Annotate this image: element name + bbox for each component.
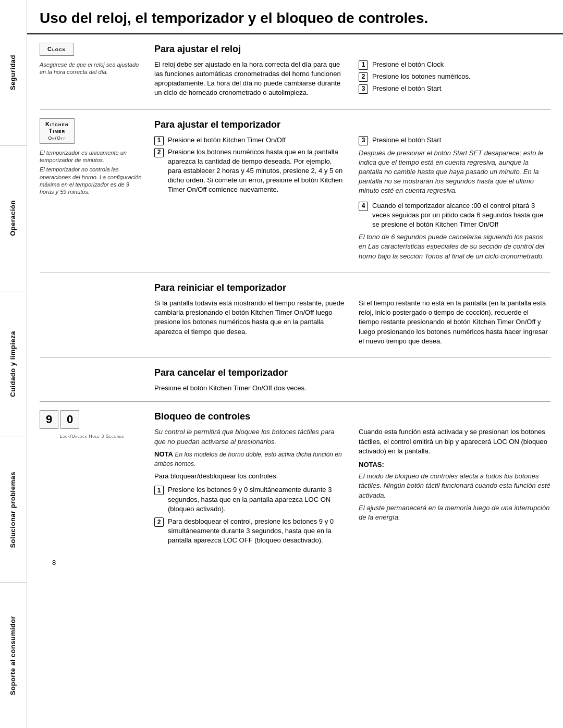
lock-heading: Bloqueo de controles [154,410,550,423]
timer-section-right: Para ajustar el temporizador 1 Presione … [154,118,550,264]
timer-caption-line1: El temporizador es únicamente un tempori… [40,149,144,164]
clock-button: Clock [40,43,74,56]
clock-body-left: El reloj debe ser ajustado en la hora co… [154,60,346,101]
lock-nota2: El ajuste permanecerá en la memoria lueg… [359,503,550,522]
clock-step-list: 1 Presione el botón Clock 2 Presione los… [359,60,550,94]
lock-step-num-2: 2 [154,517,164,527]
timer-step-1: 1 Presione el botón Kitchen Timer On/Off [154,135,346,145]
timer-after-start-italic: Después de presionar el botón Start SET … [359,149,550,196]
lock-section-right: Bloqueo de controles Su control le permi… [154,410,550,547]
lock-step-text-2: Para desbloquear el control, presione lo… [168,517,346,546]
sidebar-label-solucionar: Solucionar problemas [8,472,18,548]
lock-nota-text: En los modelos de horno doble, esto acti… [154,451,342,467]
timer-step-4: 4 Cuando el temporizador alcance :00 el … [359,201,550,230]
reiniciar-body: Si la pantalla todavía está mostrando el… [154,299,550,349]
reiniciar-left-text: Si la pantalla todavía está mostrando el… [154,299,346,337]
cancelar-section: Para cancelar el temporizador Presione e… [40,358,550,402]
page-number: 8 [40,556,550,570]
clock-section-left: Clock Asegúrese de que el reloj sea ajus… [40,43,144,101]
clock-step-text-2: Presione los botones numéricos. [372,72,550,81]
clock-steps-col: 1 Presione el botón Clock 2 Presione los… [359,60,550,101]
timer-step-num-2: 2 [154,148,164,157]
timer-caption-line2: El temporizador no controla las operacio… [40,166,144,195]
timer-step-num-3: 3 [359,136,368,145]
clock-button-label: Clock [47,46,66,52]
timer-step-list-4: 4 Cuando el temporizador alcance :00 el … [359,201,550,230]
lock-step-1: 1 Presione los botones 9 y 0 simultáneam… [154,485,346,514]
timer-step-text-3: Presione el botón Start [372,135,550,145]
clock-step-num-3: 3 [359,84,368,94]
lock-body-right: Cuando esta función está activada y se p… [359,427,550,547]
clock-caption: Asegúrese de que el reloj sea ajustado e… [40,61,144,76]
timer-step-list: 1 Presione el botón Kitchen Timer On/Off… [154,135,346,195]
lock-digit-9: 9 [40,410,58,429]
clock-section: Clock Asegúrese de que el reloj sea ajus… [40,34,550,110]
lock-step-2: 2 Para desbloquear el control, presione … [154,517,346,546]
timer-step-num-4: 4 [359,202,368,211]
cancelar-section-left [40,366,144,393]
lock-body-left: Su control le permitirá que bloquee los … [154,427,346,547]
content-area: Clock Asegúrese de que el reloj sea ajus… [27,34,563,570]
sidebar-section-operacion: Operación [0,146,27,292]
lock-nota-line: NOTA En los modelos de horno doble, esto… [154,450,346,468]
sidebar-section-solucionar: Solucionar problemas [0,437,27,583]
timer-step-2: 2 Presione los botones numéricos hasta q… [154,147,346,195]
clock-step-text-1: Presione el botón Clock [372,60,550,69]
lock-step-text-1: Presione los botones 9 y 0 simultáneamen… [168,485,346,514]
sidebar-section-soporte: Soporte al consumidor [0,583,27,728]
lock-nota1: El modo de bloqueo de controles afecta a… [359,472,550,500]
clock-step-num-1: 1 [359,60,368,70]
sidebar-label-soporte: Soporte al consumidor [8,616,18,695]
timer-step-num-1: 1 [154,136,164,145]
sidebar-label-operacion: Operación [8,200,18,236]
lock-button-box: 9 0 [40,410,144,429]
page-title-bar: Uso del reloj, el temporizador y el bloq… [27,0,563,34]
lock-digit-0: 0 [60,410,79,429]
timer-body: 1 Presione el botón Kitchen Timer On/Off… [154,135,550,264]
timer-step-text-1: Presione el botón Kitchen Timer On/Off [168,135,346,145]
timer-button: Kitchen Timer On/Off [40,118,75,144]
lock-para-bloquear: Para bloquear/desbloquear los controles: [154,472,346,481]
timer-body-right: 3 Presione el botón Start Después de pre… [359,135,550,264]
lock-nota-label: NOTA [154,450,173,458]
reiniciar-body-left: Si la pantalla todavía está mostrando el… [154,299,346,349]
sidebar-section-cuidado: Cuidado y limpieza [0,291,27,437]
sidebar: Seguridad Operación Cuidado y limpieza S… [0,0,27,728]
timer-step4-italic: El tono de 6 segundos puede cancelarse s… [359,232,550,261]
lock-notas-label: NOTAS: [359,460,550,470]
reiniciar-section-right: Para reiniciar el temporizador Si la pan… [154,281,550,349]
timer-step-text-2: Presione los botones numéricos hasta que… [168,147,346,195]
timer-button-line2: Timer [49,128,66,134]
clock-step-3: 3 Presione el botón Start [359,84,550,94]
timer-heading: Para ajustar el temporizador [154,118,550,131]
clock-step-2: 2 Presione los botones numéricos. [359,72,550,82]
reiniciar-section-left [40,281,144,349]
timer-step-3: 3 Presione el botón Start [359,135,550,145]
clock-step-num-2: 2 [359,72,368,82]
lock-section: 9 0 Lock/Unlock Hold 3 Seconds Bloqueo d… [40,402,550,556]
reiniciar-heading: Para reiniciar el temporizador [154,281,550,294]
timer-section: Kitchen Timer On/Off El temporizador es … [40,110,550,273]
lock-section-left: 9 0 Lock/Unlock Hold 3 Seconds [40,410,144,547]
cancelar-section-right: Para cancelar el temporizador Presione e… [154,366,550,393]
timer-caption: El temporizador es únicamente un tempori… [40,149,144,196]
timer-button-line3: On/Off [45,135,69,141]
reiniciar-body-right: Si el tiempo restante no está en la pant… [359,299,550,349]
cancelar-text: Presione el botón Kitchen Timer On/Off d… [154,384,550,393]
clock-step-text-3: Presione el botón Start [372,84,550,93]
clock-step-1: 1 Presione el botón Clock [359,60,550,70]
sidebar-section-seguridad: Seguridad [0,0,27,146]
cancelar-heading: Para cancelar el temporizador [154,366,550,379]
lock-caption: Lock/Unlock Hold 3 Seconds [40,433,144,440]
page-title: Uso del reloj, el temporizador y el bloq… [40,9,550,27]
timer-button-line1: Kitchen [45,121,69,127]
clock-section-right: Para ajustar el reloj El reloj debe ser … [154,43,550,101]
reiniciar-right-text: Si el tiempo restante no está en la pant… [359,299,550,346]
clock-heading: Para ajustar el reloj [154,43,550,56]
sidebar-label-seguridad: Seguridad [8,55,18,90]
page-wrapper: Seguridad Operación Cuidado y limpieza S… [0,0,563,728]
lock-body: Su control le permitirá que bloquee los … [154,427,550,547]
timer-step-list-right: 3 Presione el botón Start [359,135,550,145]
clock-body-text: El reloj debe ser ajustado en la hora co… [154,60,346,98]
timer-body-left: 1 Presione el botón Kitchen Timer On/Off… [154,135,346,264]
